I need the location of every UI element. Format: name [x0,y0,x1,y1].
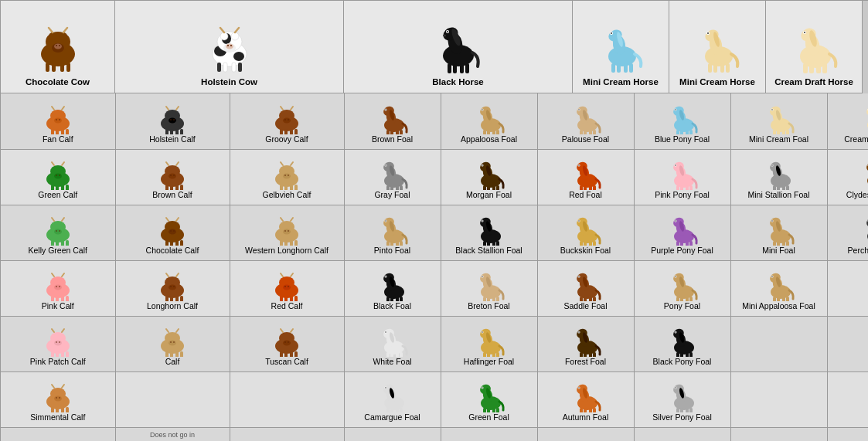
svg-point-526 [578,331,580,333]
animal-icon [374,379,411,412]
svg-point-229 [482,165,483,166]
animal-label: Autumn Foal [563,412,609,423]
svg-rect-481 [170,351,173,357]
svg-line-287 [166,218,168,221]
animal-grid: Chocolate Cow [0,0,868,93]
table-cell: Morgan Foal [441,149,537,205]
svg-point-13 [59,45,60,46]
svg-line-301 [291,218,293,221]
svg-rect-379 [56,296,59,301]
svg-rect-496 [294,351,298,357]
animal-label: Mini Stallion Foal [748,190,810,201]
svg-rect-394 [180,296,183,301]
table-cell: Mini Cream Foal [730,93,827,149]
table-cell: Silver Pony Foal [634,371,730,427]
animal-cell: Brown Foal [346,97,439,145]
animal-cell: Pink Patch Calf [2,320,114,368]
table-cell: Mini Appaloosa Foal [730,260,827,316]
svg-line-26 [220,28,224,32]
animal-icon [664,324,701,356]
svg-line-77 [62,107,64,110]
header-lightblue-pony: Mini Cream Horse [573,1,669,93]
animal-label: Cream Draft Foal [844,134,868,145]
table-cell: Green Foal [441,371,537,427]
animal-cell: Palouse Foal [540,97,632,145]
svg-point-544 [56,397,57,399]
svg-rect-547 [56,407,59,412]
animal-icon [374,157,411,189]
animal-icon [154,101,191,134]
animal-cell: Mini Appaloosa Foal [733,264,825,312]
table-cell: Longhorn Calf [115,260,230,316]
svg-point-338 [578,220,580,222]
svg-point-290 [170,230,172,232]
svg-rect-59 [726,63,730,73]
svg-rect-195 [175,185,179,190]
svg-line-175 [52,162,54,165]
table-cell: Breton Foal [441,260,537,316]
svg-point-204 [284,175,286,176]
animal-cell: Purple Pony Foal [636,209,729,256]
animal-label: Simmental Calf [30,412,85,423]
svg-point-291 [173,230,175,232]
svg-point-559 [385,387,386,388]
animal-cell: Percheron Foal [829,209,869,256]
svg-point-277 [56,230,57,232]
animal-cell: Silver Pony Foal [636,375,729,423]
animal-label: Green Calf [38,190,77,201]
table-cell: Mini Stallion Foal [730,149,827,205]
table-cell [827,427,868,441]
table-cell: Calf [115,316,230,371]
animal-cell: Kelly Green Calf [2,209,114,256]
animal-icon [857,101,869,134]
svg-rect-69 [822,63,827,73]
animal-label: Fan Calf [43,134,73,145]
svg-line-10 [63,28,67,32]
animal-label: Breton Foal [468,301,509,312]
animal-icon [39,157,77,189]
svg-rect-378 [51,296,54,301]
svg-rect-295 [180,240,183,246]
animal-cell: Calf [117,320,228,368]
animal-label: Purple Pony Foal [651,246,713,256]
svg-point-389 [170,286,172,287]
animal-label: Pink Calf [42,301,74,312]
svg-point-417 [385,276,386,277]
svg-line-202 [291,162,293,165]
animal-cell: Black Foal [346,264,439,312]
svg-rect-391 [165,296,168,301]
svg-rect-49 [629,63,633,73]
animal-cell: Longhorn Calf [117,264,228,312]
table-cell [441,427,537,441]
svg-point-303 [284,230,286,232]
animal-cell: Morgan Foal [443,153,536,201]
svg-rect-182 [61,185,64,190]
animal-cell: Forest Foal [540,320,632,368]
animal-cell: Buckskin Foal [540,209,632,256]
animal-icon [154,268,191,300]
svg-rect-180 [51,185,54,190]
svg-line-76 [52,107,54,110]
svg-rect-58 [720,63,724,73]
svg-rect-109 [290,129,293,134]
animal-label: Brown Foal [372,134,413,145]
animal-icon [374,101,411,134]
animal-label: Mini Foal [762,246,795,256]
svg-line-541 [52,385,54,388]
table-cell: Palouse Foal [537,93,634,149]
animal-cell: Reitpony Foal [636,431,729,442]
table-cell: Gelbvieh Calf [230,149,344,205]
animal-cell: Gray Foal [346,153,439,201]
header-mini-cream-horse: Mini Cream Horse [669,1,766,93]
svg-rect-108 [284,129,288,134]
svg-rect-47 [617,63,621,73]
svg-line-274 [52,218,54,221]
animal-icon [268,101,305,134]
svg-point-29 [227,45,229,46]
svg-rect-35 [448,63,451,73]
animal-icon [567,212,604,245]
svg-point-492 [288,341,289,343]
table-cell [537,427,634,441]
header-chocolate-cow: Chocolate Cow [1,1,115,93]
header-black-horse-label: Black Horse [432,77,483,88]
